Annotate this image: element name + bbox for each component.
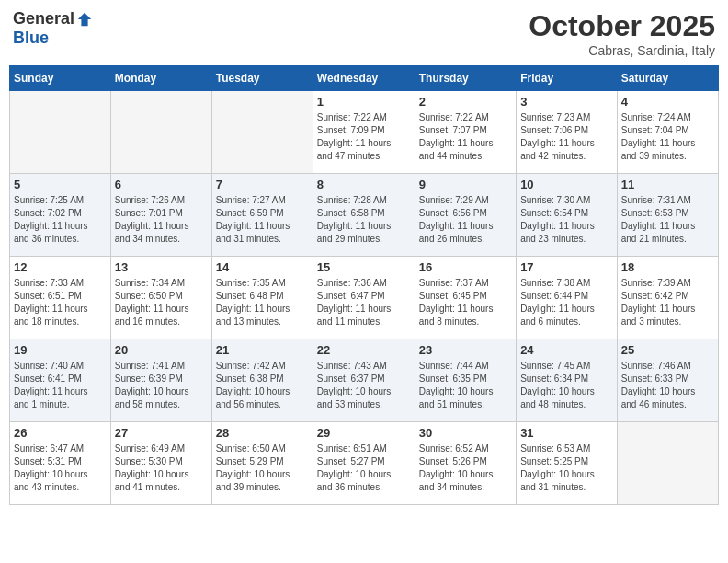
day-info: Sunrise: 6:49 AM Sunset: 5:30 PM Dayligh… bbox=[115, 442, 208, 494]
calendar-cell: 10Sunrise: 7:30 AM Sunset: 6:54 PM Dayli… bbox=[517, 174, 618, 257]
calendar-cell: 5Sunrise: 7:25 AM Sunset: 7:02 PM Daylig… bbox=[10, 174, 111, 257]
weekday-header-saturday: Saturday bbox=[617, 66, 718, 91]
day-number: 30 bbox=[419, 426, 512, 440]
calendar-cell: 16Sunrise: 7:37 AM Sunset: 6:45 PM Dayli… bbox=[415, 257, 516, 339]
calendar-cell: 30Sunrise: 6:52 AM Sunset: 5:26 PM Dayli… bbox=[415, 422, 516, 505]
calendar-cell: 21Sunrise: 7:42 AM Sunset: 6:38 PM Dayli… bbox=[211, 339, 313, 422]
calendar-week-row: 12Sunrise: 7:33 AM Sunset: 6:51 PM Dayli… bbox=[10, 257, 719, 339]
calendar-cell: 31Sunrise: 6:53 AM Sunset: 5:25 PM Dayli… bbox=[517, 422, 618, 505]
day-info: Sunrise: 7:37 AM Sunset: 6:45 PM Dayligh… bbox=[419, 277, 512, 328]
day-info: Sunrise: 7:44 AM Sunset: 6:35 PM Dayligh… bbox=[419, 360, 512, 411]
day-number: 3 bbox=[520, 95, 613, 109]
calendar-week-row: 26Sunrise: 6:47 AM Sunset: 5:31 PM Dayli… bbox=[10, 422, 719, 505]
calendar-cell: 26Sunrise: 6:47 AM Sunset: 5:31 PM Dayli… bbox=[10, 422, 111, 505]
day-number: 17 bbox=[520, 260, 613, 274]
day-number: 29 bbox=[317, 426, 411, 440]
calendar-cell: 14Sunrise: 7:35 AM Sunset: 6:48 PM Dayli… bbox=[211, 257, 313, 339]
weekday-header-monday: Monday bbox=[110, 66, 211, 91]
day-number: 31 bbox=[520, 426, 613, 440]
calendar-cell: 8Sunrise: 7:28 AM Sunset: 6:58 PM Daylig… bbox=[313, 174, 415, 257]
calendar-cell bbox=[10, 91, 111, 174]
day-info: Sunrise: 7:26 AM Sunset: 7:01 PM Dayligh… bbox=[115, 194, 208, 246]
day-info: Sunrise: 7:31 AM Sunset: 6:53 PM Dayligh… bbox=[621, 194, 714, 246]
day-info: Sunrise: 7:23 AM Sunset: 7:06 PM Dayligh… bbox=[520, 111, 613, 163]
day-info: Sunrise: 7:29 AM Sunset: 6:56 PM Dayligh… bbox=[419, 194, 512, 246]
day-info: Sunrise: 7:33 AM Sunset: 6:51 PM Dayligh… bbox=[14, 277, 107, 328]
logo: General Blue bbox=[13, 9, 93, 48]
day-info: Sunrise: 6:53 AM Sunset: 5:25 PM Dayligh… bbox=[520, 442, 613, 494]
weekday-header-sunday: Sunday bbox=[10, 66, 111, 91]
calendar-cell: 23Sunrise: 7:44 AM Sunset: 6:35 PM Dayli… bbox=[415, 339, 516, 422]
day-number: 14 bbox=[216, 260, 309, 274]
calendar-cell: 1Sunrise: 7:22 AM Sunset: 7:09 PM Daylig… bbox=[313, 91, 415, 174]
calendar-cell: 20Sunrise: 7:41 AM Sunset: 6:39 PM Dayli… bbox=[110, 339, 211, 422]
day-info: Sunrise: 7:45 AM Sunset: 6:34 PM Dayligh… bbox=[520, 360, 613, 411]
calendar-cell: 25Sunrise: 7:46 AM Sunset: 6:33 PM Dayli… bbox=[617, 339, 718, 422]
day-info: Sunrise: 7:30 AM Sunset: 6:54 PM Dayligh… bbox=[520, 194, 613, 246]
day-number: 1 bbox=[317, 95, 411, 109]
day-number: 24 bbox=[520, 343, 613, 357]
day-number: 5 bbox=[14, 178, 107, 191]
calendar-cell: 3Sunrise: 7:23 AM Sunset: 7:06 PM Daylig… bbox=[517, 91, 618, 174]
day-info: Sunrise: 7:24 AM Sunset: 7:04 PM Dayligh… bbox=[621, 111, 714, 163]
day-number: 19 bbox=[14, 343, 107, 357]
day-number: 20 bbox=[115, 343, 208, 357]
day-number: 13 bbox=[115, 260, 208, 274]
calendar-cell: 18Sunrise: 7:39 AM Sunset: 6:42 PM Dayli… bbox=[617, 257, 718, 339]
day-info: Sunrise: 7:35 AM Sunset: 6:48 PM Dayligh… bbox=[216, 277, 309, 328]
weekday-header-tuesday: Tuesday bbox=[211, 66, 313, 91]
calendar-cell: 28Sunrise: 6:50 AM Sunset: 5:29 PM Dayli… bbox=[211, 422, 313, 505]
calendar-cell: 22Sunrise: 7:43 AM Sunset: 6:37 PM Dayli… bbox=[313, 339, 415, 422]
calendar-cell: 24Sunrise: 7:45 AM Sunset: 6:34 PM Dayli… bbox=[517, 339, 618, 422]
day-number: 10 bbox=[520, 178, 613, 191]
day-number: 6 bbox=[115, 178, 208, 191]
calendar-table: SundayMondayTuesdayWednesdayThursdayFrid… bbox=[9, 65, 719, 505]
calendar-cell: 4Sunrise: 7:24 AM Sunset: 7:04 PM Daylig… bbox=[617, 91, 718, 174]
logo-general-text: General bbox=[13, 9, 74, 29]
logo-icon bbox=[76, 11, 93, 28]
day-info: Sunrise: 7:46 AM Sunset: 6:33 PM Dayligh… bbox=[621, 360, 714, 411]
svg-marker-0 bbox=[78, 12, 91, 25]
calendar-cell: 2Sunrise: 7:22 AM Sunset: 7:07 PM Daylig… bbox=[415, 91, 516, 174]
calendar-week-row: 1Sunrise: 7:22 AM Sunset: 7:09 PM Daylig… bbox=[10, 91, 719, 174]
calendar-cell: 17Sunrise: 7:38 AM Sunset: 6:44 PM Dayli… bbox=[517, 257, 618, 339]
day-number: 23 bbox=[419, 343, 512, 357]
day-number: 7 bbox=[216, 178, 309, 191]
day-info: Sunrise: 7:39 AM Sunset: 6:42 PM Dayligh… bbox=[621, 277, 714, 328]
day-number: 15 bbox=[317, 260, 411, 274]
calendar-cell: 19Sunrise: 7:40 AM Sunset: 6:41 PM Dayli… bbox=[10, 339, 111, 422]
calendar-cell bbox=[211, 91, 313, 174]
calendar-cell: 7Sunrise: 7:27 AM Sunset: 6:59 PM Daylig… bbox=[211, 174, 313, 257]
calendar-cell: 29Sunrise: 6:51 AM Sunset: 5:27 PM Dayli… bbox=[313, 422, 415, 505]
day-info: Sunrise: 7:36 AM Sunset: 6:47 PM Dayligh… bbox=[317, 277, 411, 328]
day-number: 16 bbox=[419, 260, 512, 274]
day-number: 9 bbox=[419, 178, 512, 191]
calendar-cell: 27Sunrise: 6:49 AM Sunset: 5:30 PM Dayli… bbox=[110, 422, 211, 505]
weekday-header-wednesday: Wednesday bbox=[313, 66, 415, 91]
day-info: Sunrise: 7:38 AM Sunset: 6:44 PM Dayligh… bbox=[520, 277, 613, 328]
calendar-cell: 13Sunrise: 7:34 AM Sunset: 6:50 PM Dayli… bbox=[110, 257, 211, 339]
day-info: Sunrise: 7:40 AM Sunset: 6:41 PM Dayligh… bbox=[14, 360, 107, 411]
calendar-cell bbox=[617, 422, 718, 505]
month-title: October 2025 bbox=[529, 9, 715, 43]
calendar-cell: 9Sunrise: 7:29 AM Sunset: 6:56 PM Daylig… bbox=[415, 174, 516, 257]
day-number: 11 bbox=[621, 178, 714, 191]
calendar-cell: 12Sunrise: 7:33 AM Sunset: 6:51 PM Dayli… bbox=[10, 257, 111, 339]
day-info: Sunrise: 7:22 AM Sunset: 7:07 PM Dayligh… bbox=[419, 111, 512, 163]
calendar-cell: 6Sunrise: 7:26 AM Sunset: 7:01 PM Daylig… bbox=[110, 174, 211, 257]
day-info: Sunrise: 7:27 AM Sunset: 6:59 PM Dayligh… bbox=[216, 194, 309, 246]
weekday-header-row: SundayMondayTuesdayWednesdayThursdayFrid… bbox=[10, 66, 719, 91]
day-number: 26 bbox=[14, 426, 107, 440]
weekday-header-thursday: Thursday bbox=[415, 66, 516, 91]
location-subtitle: Cabras, Sardinia, Italy bbox=[529, 43, 715, 58]
day-info: Sunrise: 6:52 AM Sunset: 5:26 PM Dayligh… bbox=[419, 442, 512, 494]
day-number: 4 bbox=[621, 95, 714, 109]
day-number: 18 bbox=[621, 260, 714, 274]
day-info: Sunrise: 6:47 AM Sunset: 5:31 PM Dayligh… bbox=[14, 442, 107, 494]
day-number: 12 bbox=[14, 260, 107, 274]
day-number: 28 bbox=[216, 426, 309, 440]
calendar-week-row: 5Sunrise: 7:25 AM Sunset: 7:02 PM Daylig… bbox=[10, 174, 719, 257]
day-info: Sunrise: 7:34 AM Sunset: 6:50 PM Dayligh… bbox=[115, 277, 208, 328]
day-info: Sunrise: 7:41 AM Sunset: 6:39 PM Dayligh… bbox=[115, 360, 208, 411]
day-number: 27 bbox=[115, 426, 208, 440]
